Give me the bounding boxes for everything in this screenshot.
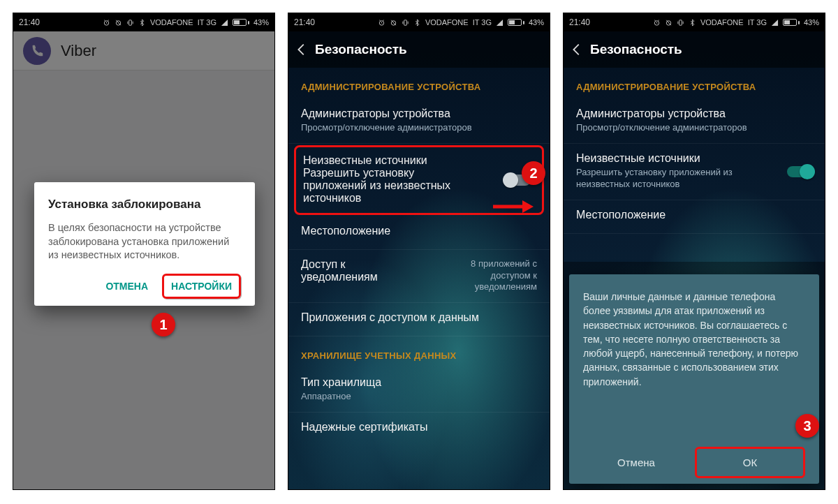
status-battery: 43% [804, 18, 819, 27]
status-carrier: VODAFONE [150, 18, 193, 27]
row-label: Местоположение [301, 225, 537, 237]
status-right: VODAFONE IT 3G 43% [653, 18, 819, 27]
status-bar: 21:40 VODAFONE IT 3G 43% [13, 13, 274, 31]
cancel-button[interactable]: Отмена [583, 447, 689, 478]
svg-rect-2 [129, 20, 132, 24]
row-location[interactable]: Местоположение [564, 200, 825, 234]
settings-title: Безопасность [590, 42, 682, 57]
battery-indicator [233, 19, 249, 26]
vibrate-icon [402, 19, 409, 27]
dialog-title: Установка заблокирована [48, 198, 241, 212]
status-carrier: VODAFONE [700, 18, 744, 27]
row-label: Местоположение [576, 209, 812, 221]
row-trusted-certs[interactable]: Надежные сертификаты [288, 413, 550, 445]
dialog-body: В целях безопасности на устройстве забло… [48, 221, 241, 262]
vibrate-icon [126, 19, 134, 27]
back-icon[interactable] [294, 42, 309, 57]
arrow-icon [492, 199, 534, 214]
row-device-admins[interactable]: Администраторы устройства Просмотр/отклю… [564, 99, 825, 144]
row-label: Доступ к уведомлениям [301, 258, 420, 283]
row-label: Администраторы устройства [576, 108, 812, 120]
status-battery: 43% [529, 18, 544, 27]
step-badge-3: 3 [795, 414, 819, 438]
status-bar: 21:40 VODAFONE IT 3G 43% [288, 13, 550, 31]
svg-rect-10 [679, 20, 682, 24]
section-admin-header: АДМИНИСТРИРОВАНИЕ УСТРОЙСТВА [288, 68, 550, 99]
row-device-admins[interactable]: Администраторы устройства Просмотр/отклю… [288, 99, 550, 144]
row-label: Тип хранилища [301, 376, 537, 389]
status-bar: 21:40 VODAFONE IT 3G 43% [564, 13, 825, 31]
dialog-body: Ваши личные данные и данные телефона бол… [583, 290, 805, 440]
dialog-actions: ОТМЕНА НАСТРОЙКИ [48, 274, 241, 299]
row-notification-access[interactable]: Доступ к уведомлениям 8 приложений с дос… [288, 250, 550, 303]
signal-icon [771, 19, 779, 27]
step-badge-1: 1 [152, 313, 175, 336]
security-settings[interactable]: Безопасность АДМИНИСТРИРОВАНИЕ УСТРОЙСТВ… [288, 31, 550, 489]
signal-icon [221, 19, 228, 27]
alarm-off-icon [390, 19, 397, 27]
status-network: IT 3G [748, 18, 767, 27]
row-label: Надежные сертификаты [301, 421, 537, 433]
bluetooth-icon [413, 19, 421, 27]
row-sublabel: Аппаратное [301, 391, 537, 402]
status-time: 21:40 [569, 17, 590, 27]
svg-marker-7 [522, 200, 534, 213]
bluetooth-icon [689, 19, 696, 27]
status-network: IT 3G [473, 18, 492, 27]
row-location[interactable]: Местоположение [288, 216, 550, 250]
vibrate-icon [677, 19, 684, 27]
security-settings: Безопасность АДМИНИСТРИРОВАНИЕ УСТРОЙСТВ… [564, 31, 825, 489]
row-label: Приложения с доступом к данным [301, 311, 537, 324]
battery-indicator [783, 19, 800, 26]
status-battery: 43% [253, 18, 269, 27]
alarm-icon [378, 19, 385, 27]
row-unknown-sources[interactable]: Неизвестные источники Разрешить установк… [564, 144, 825, 200]
status-carrier: VODAFONE [425, 18, 469, 27]
settings-title: Безопасность [315, 42, 407, 57]
row-sublabel: Разрешить установку приложений из неизве… [303, 167, 478, 205]
row-label: Неизвестные источники [576, 152, 812, 165]
phone-row: 21:40 VODAFONE IT 3G 43% [13, 13, 825, 491]
row-sublabel: Просмотр/отключение администраторов [301, 122, 537, 133]
signal-icon [496, 19, 503, 27]
status-network: IT 3G [198, 18, 216, 27]
confirm-unknown-sources-dialog: Ваши личные данные и данные телефона бол… [569, 274, 819, 484]
status-time: 21:40 [294, 17, 315, 27]
back-icon[interactable] [569, 42, 585, 57]
settings-button[interactable]: НАСТРОЙКИ [162, 274, 241, 299]
settings-titlebar: Безопасность [288, 31, 550, 68]
install-blocked-dialog: Установка заблокирована В целях безопасн… [34, 182, 255, 306]
row-unknown-sources[interactable]: Неизвестные источники Разрешить установк… [294, 145, 544, 215]
step-badge-2: 2 [522, 161, 545, 185]
row-sublabel: Разрешить установку приложений из неизве… [576, 167, 751, 190]
row-label: Неизвестные источники [303, 154, 535, 167]
dialog-actions: Отмена ОК [583, 447, 805, 478]
row-value: 8 приложений с доступом к уведомлениям [432, 258, 537, 292]
battery-indicator [508, 19, 524, 26]
alarm-icon [653, 19, 661, 27]
status-right: VODAFONE IT 3G 43% [103, 18, 269, 27]
row-sublabel: Просмотр/отключение администраторов [576, 122, 812, 133]
ok-button[interactable]: ОК [695, 447, 805, 478]
alarm-icon [103, 19, 110, 27]
status-time: 21:40 [19, 17, 40, 27]
row-storage-type[interactable]: Тип хранилища Аппаратное [288, 368, 550, 413]
alarm-off-icon [665, 19, 672, 27]
phone-2: 21:40 VODAFONE IT 3G 43% Безопасность А [288, 13, 550, 490]
unknown-sources-toggle[interactable] [787, 166, 814, 177]
status-right: VODAFONE IT 3G 43% [378, 18, 544, 27]
row-label: Администраторы устройства [301, 108, 537, 120]
bluetooth-icon [138, 19, 146, 27]
cancel-button[interactable]: ОТМЕНА [97, 274, 156, 299]
section-admin-header: АДМИНИСТРИРОВАНИЕ УСТРОЙСТВА [564, 68, 825, 99]
phone-3: 21:40 VODAFONE IT 3G 43% Безопасность А [563, 13, 825, 490]
row-app-data-access[interactable]: Приложения с доступом к данным [288, 303, 550, 336]
svg-rect-5 [404, 20, 407, 24]
alarm-off-icon [115, 19, 122, 27]
section-cred-header: ХРАНИЛИЩЕ УЧЕТНЫХ ДАННЫХ [288, 336, 550, 368]
settings-titlebar: Безопасность [564, 31, 825, 68]
phone-1: 21:40 VODAFONE IT 3G 43% [13, 13, 275, 490]
